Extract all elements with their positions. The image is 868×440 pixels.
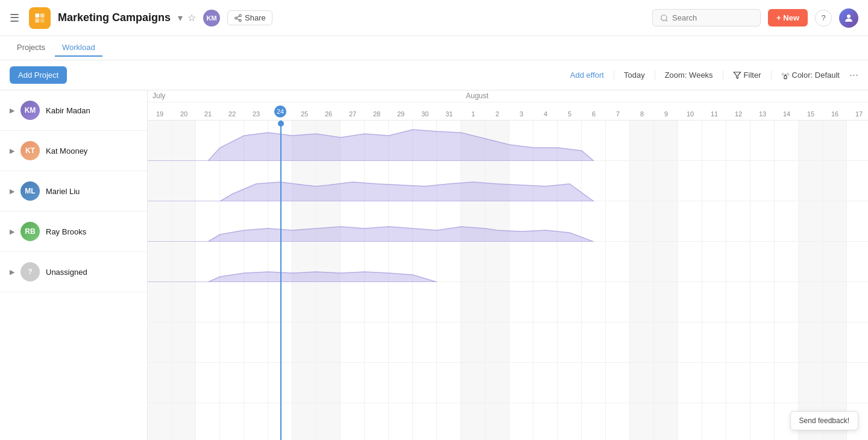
- day-stripe-2-6: [292, 201, 316, 241]
- day-stripe-0-7: [316, 121, 341, 160]
- day-stripe-0-22: [678, 121, 702, 160]
- day-stripe-3-1: [172, 242, 196, 281]
- day-header-3: 3: [509, 110, 533, 118]
- svg-marker-12: [734, 72, 741, 78]
- day-stripe-2-0: [148, 201, 172, 241]
- day-header-4: 4: [533, 110, 558, 118]
- day-stripe-1-11: [413, 161, 437, 201]
- day-stripe-1-24: [726, 161, 750, 201]
- day-stripe-2-15: [509, 201, 533, 241]
- color-icon: [781, 71, 790, 80]
- filter-button[interactable]: Filter: [728, 68, 766, 82]
- day-header-5: 5: [558, 110, 582, 118]
- day-stripe-0-15: [509, 121, 533, 160]
- day-stripe-0-11: [413, 121, 437, 160]
- project-title: Marketing Campaigns: [58, 11, 171, 24]
- day-stripe-1-2: [196, 161, 220, 201]
- top-nav: ☰ Marketing Campaigns ▾ ☆ KM Share + New…: [0, 0, 868, 36]
- day-stripe-0-16: [533, 121, 558, 160]
- left-panel: ▶ KM Kabir Madan ▶ KT Kat Mooney ▶ ML Ma…: [0, 90, 148, 440]
- person-name-ray: Ray Brooks: [46, 227, 86, 236]
- day-stripe-0-14: [485, 121, 509, 160]
- day-stripe-2-13: [461, 201, 485, 241]
- day-stripe-0-25: [750, 121, 775, 160]
- day-stripe-1-25: [750, 161, 775, 201]
- main-content: ▶ KM Kabir Madan ▶ KT Kat Mooney ▶ ML Ma…: [0, 90, 868, 440]
- day-stripe-1-21: [654, 161, 678, 201]
- gantt-area: July August 1920212223242526272829303112…: [148, 90, 868, 440]
- tab-projects[interactable]: Projects: [10, 39, 52, 57]
- person-row-mariel[interactable]: ▶ ML Mariel Liu: [0, 171, 147, 212]
- day-stripe-3-7: [316, 242, 341, 281]
- day-header-1: 1: [461, 110, 485, 118]
- day-header-6: 6: [582, 110, 606, 118]
- day-header-27: 27: [341, 110, 365, 118]
- month-label-august: August: [461, 92, 488, 100]
- person-name-mariel: Mariel Liu: [46, 187, 80, 196]
- gantt-row-kat: [148, 161, 868, 201]
- day-stripe-3-13: [461, 242, 485, 281]
- help-button[interactable]: ?: [815, 10, 832, 27]
- day-stripe-3-22: [678, 242, 702, 281]
- divider-3: [723, 71, 723, 80]
- day-stripe-2-12: [437, 201, 461, 241]
- more-options-button[interactable]: ···: [849, 69, 858, 81]
- day-stripe-2-8: [341, 201, 365, 241]
- day-stripe-1-3: [220, 161, 244, 201]
- unassigned-row[interactable]: ▶ ? Unassigned: [0, 252, 147, 292]
- day-stripe-1-15: [509, 161, 533, 201]
- day-stripe-2-16: [533, 201, 558, 241]
- day-stripe-1-7: [316, 161, 341, 201]
- dropdown-icon[interactable]: ▾: [178, 12, 183, 24]
- add-project-button[interactable]: Add Project: [10, 66, 67, 84]
- send-feedback-button[interactable]: Send feedback!: [790, 411, 858, 430]
- share-label: Share: [245, 13, 266, 22]
- today-button[interactable]: Today: [619, 68, 650, 82]
- day-stripe-0-12: [437, 121, 461, 160]
- user-avatar[interactable]: [839, 8, 858, 28]
- person-row-ray[interactable]: ▶ RB Ray Brooks: [0, 212, 147, 252]
- gantt-row-ray: [148, 242, 868, 282]
- day-stripe-0-4: [244, 121, 268, 160]
- star-icon[interactable]: ☆: [187, 12, 196, 24]
- add-effort-button[interactable]: Add effort: [565, 68, 609, 82]
- day-stripe-3-28: [823, 242, 847, 281]
- color-button[interactable]: Color: Default: [776, 68, 844, 82]
- day-stripe-2-4: [244, 201, 268, 241]
- day-stripe-0-29: [847, 121, 868, 160]
- day-stripe-2-29: [847, 201, 868, 241]
- divider-4: [771, 71, 772, 80]
- day-header-10: 10: [678, 110, 702, 118]
- expand-icon-ray: ▶: [10, 228, 14, 236]
- search-box[interactable]: [652, 9, 761, 27]
- day-stripe-1-13: [461, 161, 485, 201]
- day-stripe-1-4: [244, 161, 268, 201]
- day-header-17: 17: [847, 110, 868, 118]
- menu-icon[interactable]: ☰: [10, 11, 19, 25]
- new-button[interactable]: + New: [768, 9, 808, 27]
- day-stripe-3-9: [365, 242, 389, 281]
- expand-icon-kat: ▶: [10, 147, 14, 155]
- day-header-9: 9: [654, 110, 678, 118]
- person-row-kat[interactable]: ▶ KT Kat Mooney: [0, 131, 147, 171]
- day-stripe-3-18: [582, 242, 606, 281]
- day-stripe-2-20: [630, 201, 654, 241]
- project-owner-avatar: KM: [203, 10, 220, 27]
- expand-icon-mariel: ▶: [10, 187, 14, 195]
- day-stripe-3-5: [268, 242, 292, 281]
- search-input[interactable]: [672, 13, 750, 22]
- day-stripe-1-20: [630, 161, 654, 201]
- expand-icon-unassigned: ▶: [10, 268, 14, 276]
- day-stripe-2-28: [823, 201, 847, 241]
- person-name-kabir: Kabir Madan: [46, 106, 90, 115]
- day-stripe-2-17: [558, 201, 582, 241]
- tab-workload[interactable]: Workload: [55, 39, 102, 57]
- svg-rect-3: [40, 18, 45, 22]
- person-row-kabir[interactable]: ▶ KM Kabir Madan: [0, 90, 147, 131]
- zoom-button[interactable]: Zoom: Weeks: [660, 68, 718, 82]
- day-stripe-3-11: [413, 242, 437, 281]
- day-header-25: 25: [292, 110, 316, 118]
- day-header-21: 21: [196, 110, 220, 118]
- share-button[interactable]: Share: [227, 10, 272, 25]
- divider-1: [614, 71, 614, 80]
